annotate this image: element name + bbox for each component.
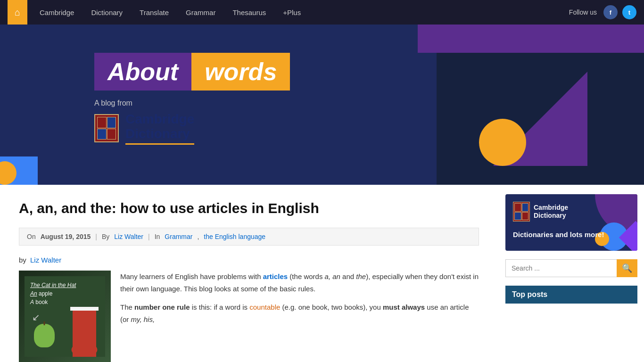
bg-orange-circle2 bbox=[0, 161, 17, 185]
about-words-logo: About words bbox=[94, 53, 644, 90]
main-layout: A, an, and the: how to use articles in E… bbox=[0, 185, 644, 362]
meta-on: On bbox=[27, 233, 36, 240]
nav-translate[interactable]: Translate bbox=[131, 0, 177, 25]
nav-dictionary[interactable]: Dictionary bbox=[83, 0, 131, 25]
follow-us-label: Follow us bbox=[569, 8, 597, 16]
nav-thesaurus[interactable]: Thesaurus bbox=[224, 0, 274, 25]
twitter-icon: t bbox=[628, 9, 630, 16]
about-label: About bbox=[94, 53, 191, 90]
countable-link[interactable]: countable bbox=[249, 303, 280, 311]
cambridge-name: Cambridge Dictionary bbox=[125, 112, 194, 145]
facebook-icon: f bbox=[610, 9, 611, 16]
sidebar-ad-tagline: Dictionaries and lots more! bbox=[513, 230, 630, 243]
meta-bar: On August 19, 2015 | By Liz Walter | In … bbox=[19, 228, 479, 246]
home-button[interactable]: ⌂ bbox=[8, 0, 27, 25]
article-text: Many learners of English have problems w… bbox=[120, 271, 479, 332]
navbar: ⌂ Cambridge Dictionary Translate Grammar… bbox=[0, 0, 644, 25]
article-paragraph1: Many learners of English have problems w… bbox=[120, 271, 479, 295]
cambridge-logo-area: Cambridge Dictionary bbox=[94, 112, 644, 145]
home-icon: ⌂ bbox=[15, 7, 20, 18]
hero-banner: About words A blog from Cambridge Dictio… bbox=[0, 25, 644, 185]
words-label: words bbox=[191, 53, 290, 90]
sidebar-cd-text: Cambridge Dictionary bbox=[534, 204, 568, 220]
cambridge-crest-icon bbox=[94, 114, 119, 142]
blog-from-text: A blog from bbox=[94, 99, 644, 107]
search-icon: 🔍 bbox=[622, 263, 632, 273]
nav-right: Follow us f t bbox=[569, 5, 636, 19]
byline-author-link[interactable]: Liz Walter bbox=[30, 256, 61, 264]
meta-author-link[interactable]: Liz Walter bbox=[114, 233, 143, 240]
article-area: A, an, and the: how to use articles in E… bbox=[0, 185, 498, 362]
meta-date: August 19, 2015 bbox=[41, 233, 91, 240]
sidebar-search-box: 🔍 bbox=[505, 259, 637, 277]
bg-blue-rect bbox=[0, 156, 38, 185]
bg-purple-top bbox=[418, 25, 644, 53]
sidebar-search-button[interactable]: 🔍 bbox=[617, 259, 637, 277]
sidebar-ad-inner: Cambridge Dictionary Dictionaries and lo… bbox=[505, 194, 637, 251]
book-image-inner: The Cat in the Hat An apple A book ↙ bbox=[19, 271, 111, 362]
article-body-row: The Cat in the Hat An apple A book ↙ bbox=[19, 271, 479, 362]
sidebar-search-input[interactable] bbox=[505, 259, 617, 277]
facebook-button[interactable]: f bbox=[603, 5, 618, 19]
meta-in: In bbox=[155, 233, 160, 240]
twitter-button[interactable]: t bbox=[622, 5, 636, 19]
nav-cambridge[interactable]: Cambridge bbox=[31, 0, 83, 25]
sidebar-ad[interactable]: Cambridge Dictionary Dictionaries and lo… bbox=[505, 194, 637, 251]
sidebar: Cambridge Dictionary Dictionaries and lo… bbox=[498, 185, 644, 362]
article-title: A, an, and the: how to use articles in E… bbox=[19, 199, 479, 217]
byline: by Liz Walter bbox=[19, 256, 479, 264]
sidebar-top-posts-heading: Top posts bbox=[505, 286, 637, 304]
sidebar-cambridge-logo: Cambridge Dictionary bbox=[513, 202, 630, 222]
articles-link[interactable]: articles bbox=[263, 272, 288, 280]
meta-category1-link[interactable]: Grammar bbox=[165, 233, 192, 240]
sidebar-crest-icon bbox=[513, 202, 530, 222]
cambridge-underline bbox=[125, 143, 194, 145]
cat-hat-figure bbox=[66, 278, 103, 357]
book-image: The Cat in the Hat An apple A book ↙ bbox=[19, 271, 111, 362]
nav-plus[interactable]: +Plus bbox=[274, 0, 309, 25]
nav-grammar[interactable]: Grammar bbox=[177, 0, 224, 25]
article-paragraph2: The number one rule is this: if a word i… bbox=[120, 301, 479, 325]
meta-category2-link[interactable]: the English language bbox=[204, 233, 265, 240]
meta-by: By bbox=[102, 233, 109, 240]
arrow-apple: ↙ bbox=[32, 312, 55, 347]
